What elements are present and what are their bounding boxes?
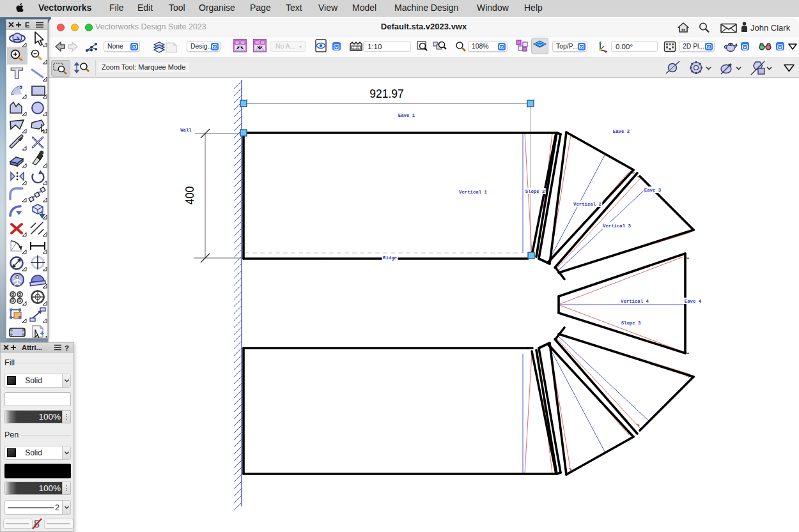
svg-text:?: ? (65, 344, 69, 352)
svg-text:John Clark: John Clark (750, 23, 791, 33)
svg-text:E: E (25, 21, 29, 29)
svg-text:Attri...: Attri... (22, 344, 42, 351)
svg-text:1 : 10: 1 : 10 (352, 46, 359, 49)
